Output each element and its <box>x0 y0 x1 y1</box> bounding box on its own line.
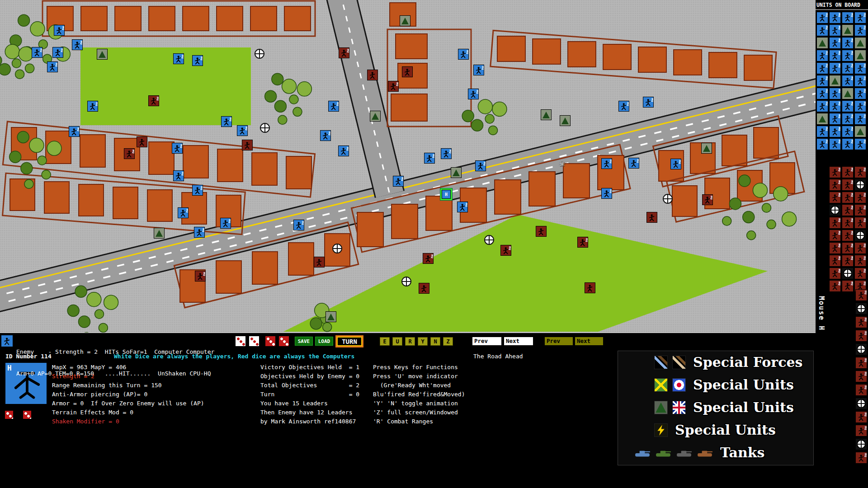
blue-unit[interactable]: HQ <box>643 97 654 108</box>
red-unit[interactable]: HQ <box>124 148 135 159</box>
panel-blue-unit[interactable]: HQ <box>816 138 828 150</box>
blue-unit[interactable]: HQ <box>52 47 63 58</box>
panel-blue-unit[interactable]: HQ <box>816 12 828 23</box>
red-unit[interactable]: HQ <box>339 47 349 58</box>
panel-red-unit[interactable]: HQ <box>829 166 841 178</box>
panel-objective-marker[interactable] <box>855 438 867 450</box>
panel-red-unit[interactable]: HQ <box>855 289 867 301</box>
selected-unit[interactable]: H <box>440 188 453 201</box>
red-unit[interactable] <box>402 66 413 77</box>
blue-unit[interactable]: HQ <box>670 159 681 169</box>
panel-blue-unit[interactable]: HQ <box>842 138 854 150</box>
panel-red-unit[interactable]: HQ <box>854 204 866 216</box>
panel-red-unit[interactable]: HQ <box>842 242 854 254</box>
objective-marker[interactable] <box>401 277 411 286</box>
blue-unit[interactable]: HQ <box>328 101 339 112</box>
green-tent-unit[interactable] <box>701 143 712 154</box>
key-button-z[interactable]: Z <box>443 337 453 346</box>
panel-green-unit[interactable] <box>829 75 841 87</box>
panel-red-unit[interactable]: HQ <box>855 411 867 423</box>
green-tent-unit[interactable] <box>370 111 381 122</box>
panel-green-unit[interactable] <box>842 88 854 99</box>
objective-marker[interactable] <box>484 235 494 245</box>
blue-unit[interactable]: HQ <box>293 220 304 230</box>
objective-marker[interactable] <box>255 49 264 59</box>
blue-unit[interactable]: HQ <box>468 89 479 99</box>
panel-red-unit[interactable]: HQ <box>829 192 841 203</box>
panel-blue-unit[interactable]: HQ <box>842 50 854 61</box>
red-unit[interactable] <box>585 282 595 293</box>
key-button-y[interactable]: Y <box>418 337 428 346</box>
panel-blue-unit[interactable]: HQ <box>816 62 828 74</box>
panel-blue-unit[interactable]: HQ <box>829 37 841 49</box>
panel-red-unit[interactable]: HQ <box>854 217 866 229</box>
panel-objective-marker[interactable] <box>855 303 867 314</box>
objective-marker[interactable] <box>332 244 342 253</box>
panel-blue-unit[interactable]: HQ <box>854 100 866 112</box>
blue-unit[interactable]: HQ <box>237 125 248 136</box>
blue-unit[interactable]: HQ <box>178 207 189 218</box>
panel-red-unit[interactable]: HQ <box>842 280 854 292</box>
red-unit[interactable]: HQ <box>702 194 713 205</box>
red-unit[interactable]: HQ <box>195 271 206 282</box>
blue-unit[interactable]: HQ <box>173 53 184 64</box>
blue-unit[interactable]: HQ <box>194 227 205 238</box>
blue-unit[interactable]: HQ <box>221 116 232 127</box>
panel-objective-marker[interactable] <box>855 343 867 355</box>
panel-blue-unit[interactable]: HQ <box>842 75 854 87</box>
green-tent-unit[interactable] <box>541 109 552 120</box>
panel-blue-unit[interactable]: HQ <box>842 126 854 137</box>
turn-button[interactable]: TURN <box>335 335 363 347</box>
blue-unit[interactable]: HQ <box>473 65 484 75</box>
panel-blue-unit[interactable]: HQ <box>829 62 841 74</box>
red-unit[interactable] <box>419 283 429 294</box>
blue-unit[interactable]: HQ <box>69 126 80 137</box>
panel-objective-marker[interactable] <box>842 267 854 279</box>
panel-blue-unit[interactable]: HQ <box>842 113 854 125</box>
blue-unit[interactable]: HQ <box>441 148 452 159</box>
green-tent-unit[interactable] <box>154 228 165 239</box>
panel-blue-unit[interactable]: HQ <box>854 88 866 99</box>
green-tent-unit[interactable] <box>451 167 462 178</box>
next-unit-button[interactable]: Next <box>504 337 533 345</box>
red-unit[interactable]: HQ <box>577 237 588 248</box>
panel-blue-unit[interactable]: HQ <box>842 100 854 112</box>
panel-red-unit[interactable]: HQ <box>829 255 841 267</box>
panel-green-unit[interactable] <box>842 24 854 36</box>
blue-unit[interactable]: HQ <box>32 47 42 58</box>
blue-unit[interactable]: HQ <box>601 158 612 169</box>
blue-unit[interactable]: HQ <box>338 145 349 156</box>
blue-unit[interactable]: HQ <box>54 25 65 36</box>
green-tent-unit[interactable] <box>97 49 108 60</box>
panel-blue-unit[interactable]: HQ <box>816 88 828 99</box>
blue-unit[interactable]: HQ <box>475 160 486 171</box>
blue-unit[interactable]: HQ <box>393 176 404 187</box>
panel-blue-unit[interactable]: HQ <box>854 138 866 150</box>
blue-unit[interactable]: HQ <box>458 49 469 60</box>
blue-unit[interactable]: HQ <box>628 158 639 169</box>
key-button-n[interactable]: N <box>430 337 440 346</box>
panel-red-unit[interactable]: HQ <box>854 267 866 279</box>
blue-unit[interactable]: HQ <box>172 143 183 154</box>
panel-blue-unit[interactable]: HQ <box>854 24 866 36</box>
red-unit[interactable] <box>646 212 657 223</box>
blue-unit[interactable]: HQ <box>320 130 331 141</box>
panel-red-unit[interactable]: HQ <box>842 217 854 229</box>
panel-blue-unit[interactable]: HQ <box>829 50 841 61</box>
prev-enemy-button[interactable]: Prev <box>545 337 573 345</box>
panel-blue-unit[interactable]: HQ <box>854 113 866 125</box>
panel-blue-unit[interactable]: HQ <box>854 75 866 87</box>
panel-blue-unit[interactable]: HQ <box>816 75 828 87</box>
panel-objective-marker[interactable] <box>855 398 867 409</box>
panel-red-unit[interactable]: HQ <box>855 452 867 464</box>
prev-unit-button[interactable]: Prev <box>472 337 501 345</box>
panel-red-unit[interactable]: HQ <box>854 166 866 178</box>
map-viewport[interactable]: HQHQHQHQHQHQHQHQHQHQHQHQHQHQHQHQHQHQHQHQ… <box>0 0 816 333</box>
panel-red-unit[interactable]: HQ <box>829 217 841 229</box>
blue-unit[interactable]: HQ <box>424 153 435 164</box>
panel-red-unit[interactable]: HQ <box>842 166 854 178</box>
objective-marker[interactable] <box>663 194 673 204</box>
blue-unit[interactable]: HQ <box>220 218 231 229</box>
panel-red-unit[interactable]: HQ <box>854 255 866 267</box>
panel-blue-unit[interactable]: HQ <box>829 100 841 112</box>
